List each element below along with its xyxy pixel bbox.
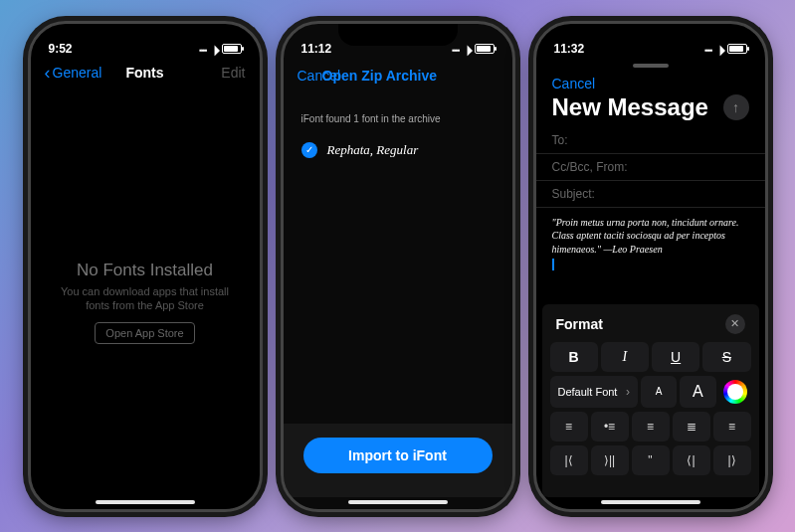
text-cursor bbox=[552, 259, 554, 270]
home-indicator[interactable] bbox=[601, 500, 700, 504]
quote-button[interactable]: " bbox=[632, 445, 670, 475]
wifi-icon bbox=[211, 42, 218, 56]
font-select-label: Default Font bbox=[558, 386, 618, 398]
wifi-icon bbox=[464, 42, 471, 56]
align-right-button[interactable]: ≡ bbox=[713, 412, 751, 442]
to-field[interactable]: To: bbox=[536, 127, 765, 154]
empty-title: No Fonts Installed bbox=[31, 261, 260, 280]
edit-button[interactable]: Edit bbox=[178, 65, 245, 81]
signal-icon bbox=[452, 42, 459, 56]
battery-icon bbox=[727, 44, 747, 54]
chevron-right-icon: › bbox=[626, 385, 630, 399]
notch bbox=[591, 24, 710, 46]
chevron-left-icon: ‹ bbox=[45, 64, 51, 82]
import-bar: Import to iFont bbox=[284, 424, 512, 497]
text-dir-ltr-button[interactable]: ⟨| bbox=[673, 445, 710, 475]
phone-fonts-settings: 9:52 ‹ General Fonts Edit No Fonts Insta… bbox=[28, 21, 263, 512]
notch bbox=[86, 24, 205, 46]
open-app-store-button[interactable]: Open App Store bbox=[95, 322, 194, 344]
import-button[interactable]: Import to iFont bbox=[303, 438, 493, 473]
italic-button[interactable]: I bbox=[601, 342, 649, 372]
battery-icon bbox=[222, 44, 242, 54]
align-left-button[interactable]: ≡ bbox=[632, 412, 670, 442]
outdent-button[interactable]: |⟨ bbox=[550, 445, 588, 475]
status-time: 11:12 bbox=[301, 42, 332, 56]
page-title: Open Zip Archive bbox=[322, 68, 437, 84]
home-indicator[interactable] bbox=[348, 500, 448, 504]
arrow-up-icon: ↑ bbox=[732, 99, 739, 115]
color-ring-icon bbox=[723, 380, 747, 404]
text-color-button[interactable] bbox=[719, 376, 751, 408]
cancel-button[interactable]: Cancel bbox=[536, 68, 765, 93]
notch bbox=[338, 24, 458, 46]
subject-field[interactable]: Subject: bbox=[536, 181, 765, 208]
signal-icon bbox=[704, 42, 711, 56]
ccbcc-field[interactable]: Cc/Bcc, From: bbox=[536, 154, 765, 181]
font-list-item[interactable]: ✓ Rephata, Regular bbox=[284, 132, 512, 168]
list-bullet-button[interactable]: •≡ bbox=[591, 412, 629, 442]
nav-bar: ‹ General Fonts Edit bbox=[31, 58, 260, 91]
back-button[interactable]: ‹ General bbox=[45, 64, 111, 82]
body-text: "Proin metus urna porta non, tincidunt o… bbox=[552, 217, 739, 255]
message-body[interactable]: "Proin metus urna porta non, tincidunt o… bbox=[536, 208, 765, 278]
indent-button[interactable]: ⟩|| bbox=[591, 445, 629, 475]
signal-icon bbox=[199, 42, 206, 56]
compose-title: New Message bbox=[552, 93, 708, 121]
empty-subtitle: You can download apps that install fonts… bbox=[31, 284, 260, 313]
format-title: Format bbox=[556, 316, 603, 332]
compose-header: New Message ↑ bbox=[536, 93, 765, 127]
font-select-button[interactable]: Default Font › bbox=[550, 376, 639, 408]
list-number-button[interactable]: ≡ bbox=[550, 412, 588, 442]
status-time: 9:52 bbox=[49, 42, 73, 56]
check-icon: ✓ bbox=[301, 142, 317, 158]
strike-button[interactable]: S bbox=[702, 342, 750, 372]
font-name-label: Rephata, Regular bbox=[327, 142, 419, 158]
underline-button[interactable]: U bbox=[652, 342, 699, 372]
text-dir-rtl-button[interactable]: |⟩ bbox=[713, 445, 751, 475]
wifi-icon bbox=[716, 42, 723, 56]
empty-state: No Fonts Installed You can download apps… bbox=[31, 91, 260, 345]
nav-bar: Cancel Open Zip Archive bbox=[284, 58, 512, 97]
battery-icon bbox=[475, 44, 495, 54]
bold-button[interactable]: B bbox=[550, 342, 598, 372]
close-icon: ✕ bbox=[730, 317, 739, 330]
align-center-button[interactable]: ≣ bbox=[673, 412, 710, 442]
phone-mail-compose: 11:32 Cancel New Message ↑ To: Cc/Bcc, F… bbox=[533, 21, 768, 512]
send-button[interactable]: ↑ bbox=[723, 94, 749, 120]
font-size-decrease-button[interactable]: A bbox=[641, 376, 677, 408]
archive-info: iFont found 1 font in the archive bbox=[284, 97, 512, 132]
font-size-increase-button[interactable]: A bbox=[680, 376, 715, 408]
home-indicator[interactable] bbox=[96, 500, 195, 504]
phone-ifont-archive: 11:12 Cancel Open Zip Archive iFont foun… bbox=[281, 21, 515, 512]
format-panel: Format ✕ B I U S Default Font › A A ≡ •≡ bbox=[542, 304, 759, 497]
page-title: Fonts bbox=[111, 65, 178, 81]
back-label: General bbox=[53, 65, 102, 81]
close-format-button[interactable]: ✕ bbox=[725, 314, 745, 334]
status-time: 11:32 bbox=[554, 42, 585, 56]
